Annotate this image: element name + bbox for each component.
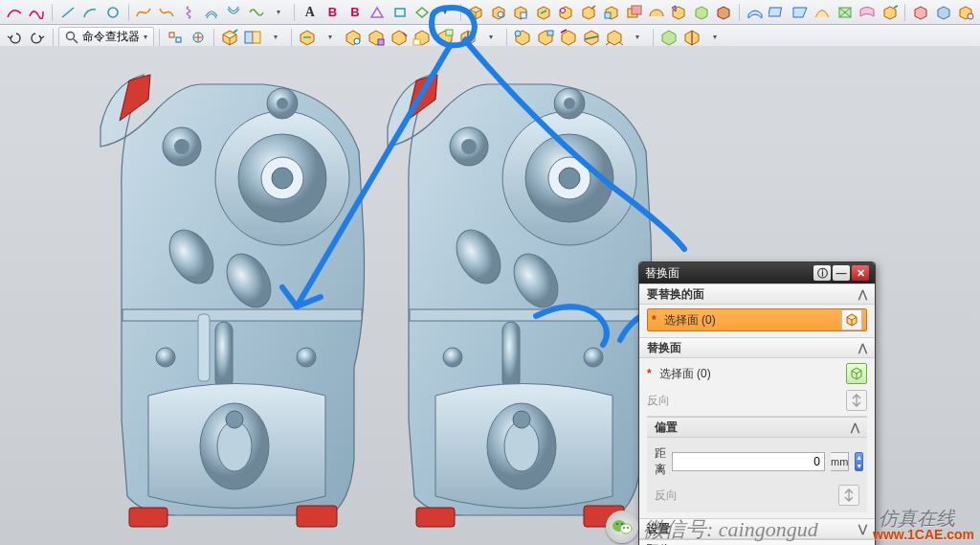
surface-tool-7[interactable] [880,2,901,23]
tool-shape-b-2[interactable]: B [345,2,366,23]
surface-tool-1[interactable] [745,2,766,23]
tool-text-a[interactable]: A [300,2,321,23]
section-replacement-face[interactable]: 替换面 ⋀ [639,337,875,358]
redo-button[interactable] [27,27,48,48]
solid-tool-3[interactable] [511,2,532,23]
svg-point-49 [450,127,488,166]
distance-stepper[interactable]: ▲▼ [855,452,863,471]
distance-row: 距离 mm ▲▼ [655,443,859,480]
tool-line[interactable] [57,2,78,23]
tool-wave-dd[interactable]: ▾ [269,2,290,23]
surface-tool-2[interactable] [767,2,788,23]
sync-op-2[interactable] [343,27,364,48]
cube-icon-button-green[interactable] [846,363,867,384]
section-faces-to-replace[interactable]: 要替换的面 ⋀ [639,284,875,305]
solid-tool-12[interactable] [713,2,734,23]
solid-tool-8[interactable] [623,2,644,23]
solid-tool-7[interactable] [601,2,622,23]
separator [653,29,654,46]
solid-tool-6[interactable] [578,2,599,23]
solid-tool-11[interactable] [691,2,712,23]
sync-op-11[interactable] [581,27,602,48]
svg-point-34 [218,246,280,315]
sync-op-1-dd[interactable]: ▾ [320,27,341,48]
mold-op-2-dd[interactable]: ▾ [704,27,725,48]
solid-tool-4[interactable] [533,2,554,23]
tool-diamond[interactable] [412,2,434,23]
toolbar-top: ▾ A B B ▾ [0,0,980,25]
surface-tool-6[interactable] [857,2,878,23]
solid-tool-5[interactable] [556,2,577,23]
sync-op-7-dd[interactable]: ▾ [480,27,501,48]
cube-icon-button[interactable] [841,309,862,330]
sync-op-12-dd[interactable]: ▾ [627,27,648,48]
svg-point-48 [559,168,580,189]
svg-rect-36 [215,322,233,389]
tool-spline-2[interactable] [156,2,177,23]
sync-op-5[interactable] [412,27,433,48]
solid-tool-9[interactable] [646,2,667,23]
solid-op-2-dd[interactable]: ▾ [265,27,286,48]
svg-rect-1 [395,9,405,16]
sync-op-3[interactable] [366,27,387,48]
mold-op-2[interactable] [681,27,702,48]
separator [291,29,292,46]
mold-op-1[interactable] [658,27,679,48]
tool-arc[interactable] [80,2,101,23]
undo-button[interactable] [4,27,25,48]
selection-filter-1[interactable] [165,27,186,48]
reverse-row-2: 反向 [655,484,859,507]
sync-op-1[interactable] [297,27,318,48]
sync-op-4[interactable] [389,27,410,48]
svg-point-60 [443,348,462,367]
distance-input[interactable] [672,452,825,471]
sync-op-7-replace-face[interactable] [457,27,479,48]
dialog-titlebar[interactable]: 替换面 ⓘ — ✕ [639,262,875,284]
viewport-3d[interactable]: 替换面 ⓘ — ✕ 要替换的面 ⋀ * 选择面 (0) 替换面 ⋀ * [0,46,980,545]
sync-op-6[interactable] [434,27,456,48]
sync-op-8[interactable] [512,27,533,48]
solid-tool-2[interactable] [488,2,509,23]
tool-spline-1[interactable] [134,2,155,23]
tool-wave[interactable] [246,2,267,23]
tool-helix[interactable] [179,2,200,23]
tool-curve-1[interactable] [4,2,25,23]
distance-label: 距离 [655,445,666,478]
feature-tool-3[interactable] [955,2,976,23]
solid-op-1[interactable] [219,27,240,48]
tool-shape-b-1[interactable]: B [323,2,344,23]
tool-circle[interactable] [102,2,123,23]
svg-rect-23 [129,508,167,527]
distance-unit: mm [831,452,849,471]
tool-offset-2[interactable] [224,2,245,23]
section-offset[interactable]: 偏置 ⋀ [647,417,867,438]
dialog-close-button[interactable]: ✕ [852,265,869,281]
feature-tool-1[interactable] [910,2,931,23]
sync-op-9[interactable] [535,27,556,48]
tool-square[interactable] [390,2,411,23]
tool-offset-1[interactable] [201,2,222,23]
solid-tool-1[interactable] [466,2,487,23]
select-face-row-secondary[interactable]: * 选择面 (0) [647,362,867,385]
solid-tool-10[interactable] [668,2,689,23]
svg-point-2 [498,11,503,17]
select-face-row-primary[interactable]: * 选择面 (0) [647,308,867,331]
svg-point-62 [612,520,626,532]
section-settings[interactable]: 设置 ⋁ [639,518,875,539]
section-preview[interactable]: 预览 ⋁ [639,539,875,545]
surface-tool-4[interactable] [812,2,833,23]
dialog-minimize-button[interactable]: — [833,265,850,281]
surface-tool-3[interactable] [790,2,811,23]
command-finder-button[interactable]: 命令查找器 ▾ [58,27,154,48]
feature-tool-2[interactable] [933,2,954,23]
selection-filter-2[interactable] [188,27,209,48]
svg-point-53 [448,222,510,291]
sync-op-10[interactable] [558,27,579,48]
sync-op-12[interactable] [604,27,625,48]
surface-tool-5[interactable] [835,2,856,23]
solid-op-2[interactable] [242,27,263,48]
tool-diamond-dd[interactable]: ▾ [434,2,456,23]
tool-tri[interactable] [368,2,389,23]
tool-curve-2[interactable] [27,2,48,23]
dialog-help-button[interactable]: ⓘ [813,265,831,281]
